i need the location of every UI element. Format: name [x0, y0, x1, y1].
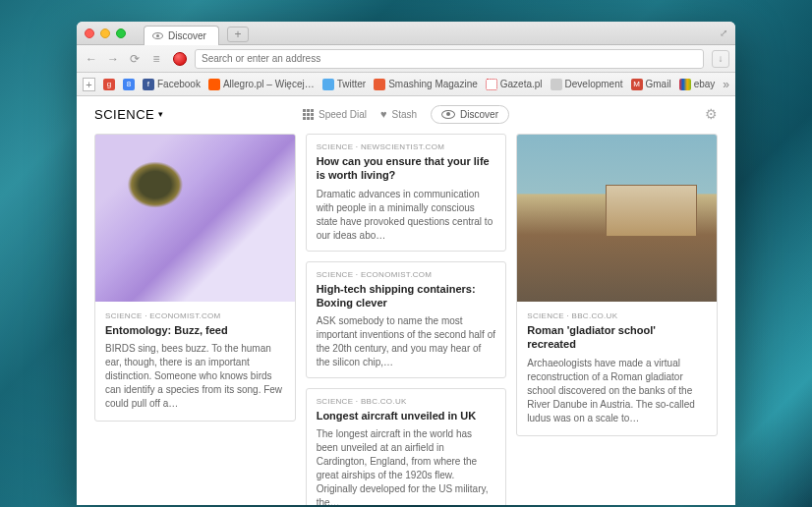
downloads-button[interactable]: ↓	[712, 50, 729, 68]
bookmark-folder-icon	[551, 79, 562, 90]
menu-button[interactable]: ≡	[147, 50, 165, 68]
bookmark-icon	[679, 79, 691, 90]
bookmark-icon: f	[143, 79, 154, 90]
tab-title: Discover	[168, 30, 206, 41]
article-excerpt: The longest aircraft in the world has be…	[317, 427, 496, 505]
bookmark-item[interactable]: fFacebook	[143, 79, 201, 90]
browser-tab[interactable]: Discover	[144, 26, 219, 45]
heart-icon: ♥	[380, 108, 387, 120]
article-title: High-tech shipping containers: Boxing cl…	[317, 282, 496, 310]
address-bar[interactable]	[195, 49, 704, 69]
bookmark-item[interactable]: Gazeta.pl	[486, 79, 543, 90]
bookmark-item[interactable]: MGmail	[631, 79, 671, 90]
bookmarks-overflow-button[interactable]: »	[723, 78, 729, 91]
article-card[interactable]: SCIENCE · ECONOMIST.COM Entomology: Buzz…	[94, 134, 296, 422]
article-image	[517, 135, 717, 302]
settings-button[interactable]: ⚙	[705, 106, 718, 122]
mode-speed-dial[interactable]: Speed Dial	[303, 109, 367, 120]
opera-logo-icon[interactable]	[173, 52, 187, 66]
view-modes: Speed Dial ♥ Stash Discover	[303, 105, 509, 124]
bookmark-item[interactable]: ebay	[679, 79, 716, 90]
minimize-button[interactable]	[100, 28, 110, 38]
tab-favicon-icon	[152, 32, 163, 39]
category-label: SCIENCE	[94, 107, 154, 122]
browser-window: Discover + ⤢ ← → ⟳ ≡ ↓ + g 8 fFacebook A…	[77, 22, 735, 505]
bookmark-item[interactable]: Twitter	[322, 79, 366, 90]
bookmark-item[interactable]: g	[103, 79, 115, 90]
top-nav: SCIENCE ▾ Speed Dial ♥ Stash Discover ⚙	[94, 106, 718, 122]
close-button[interactable]	[85, 28, 94, 38]
eye-icon	[441, 110, 455, 119]
mode-stash[interactable]: ♥ Stash	[380, 108, 417, 120]
article-title: Entomology: Buzz, feed	[105, 323, 285, 337]
article-card[interactable]: SCIENCE · BBC.CO.UK Roman 'gladiator sch…	[516, 134, 718, 436]
nav-toolbar: ← → ⟳ ≡ ↓	[77, 45, 735, 73]
bookmarks-bar: + g 8 fFacebook Allegro.pl – Więcej… Twi…	[77, 73, 735, 96]
article-title: Roman 'gladiator school' recreated	[527, 323, 707, 352]
bookmark-icon	[322, 79, 334, 90]
article-excerpt: ASK somebody to name the most important …	[317, 314, 496, 369]
article-source: SCIENCE · BBC.CO.UK	[317, 397, 496, 406]
article-excerpt: BIRDS sing, bees buzz. To the human ear,…	[105, 342, 285, 411]
fullscreen-icon[interactable]: ⤢	[720, 28, 727, 38]
bookmark-item[interactable]: Allegro.pl – Więcej…	[208, 79, 315, 90]
bookmark-icon	[208, 79, 220, 90]
article-excerpt: Dramatic advances in communication with …	[317, 188, 496, 243]
zoom-button[interactable]	[116, 28, 126, 38]
article-source: SCIENCE · NEWSCIENTIST.COM	[317, 142, 496, 151]
article-source: SCIENCE · ECONOMIST.COM	[105, 311, 285, 320]
reload-button[interactable]: ⟳	[126, 50, 144, 68]
article-card[interactable]: SCIENCE · BBC.CO.UK Longest aircraft unv…	[306, 388, 507, 505]
titlebar: Discover + ⤢	[77, 22, 735, 45]
article-excerpt: Archaeologists have made a virtual recon…	[527, 357, 707, 425]
article-source: SCIENCE · BBC.CO.UK	[527, 311, 707, 320]
bookmark-icon	[374, 79, 385, 90]
back-button[interactable]: ←	[83, 50, 100, 68]
article-title: How can you ensure that your life is wor…	[317, 154, 496, 183]
bookmark-item[interactable]: Development	[551, 79, 623, 90]
category-dropdown[interactable]: SCIENCE ▾	[94, 107, 164, 122]
new-tab-button[interactable]: +	[227, 27, 249, 42]
article-card[interactable]: SCIENCE · ECONOMIST.COM High-tech shippi…	[306, 261, 507, 379]
bookmark-icon: M	[631, 79, 643, 90]
bookmark-icon: 8	[123, 79, 135, 90]
article-card[interactable]: SCIENCE · NEWSCIENTIST.COM How can you e…	[306, 134, 507, 252]
grid-icon	[303, 109, 314, 120]
bookmark-icon	[486, 79, 497, 90]
content-area: SCIENCE ▾ Speed Dial ♥ Stash Discover ⚙	[77, 96, 735, 505]
bookmark-item[interactable]: Smashing Magazine	[374, 79, 478, 90]
add-bookmark-button[interactable]: +	[83, 78, 95, 91]
mode-discover[interactable]: Discover	[431, 105, 509, 124]
forward-button[interactable]: →	[104, 50, 122, 68]
article-grid: SCIENCE · ECONOMIST.COM Entomology: Buzz…	[94, 134, 718, 505]
article-image	[95, 135, 295, 302]
article-source: SCIENCE · ECONOMIST.COM	[317, 270, 496, 279]
chevron-down-icon: ▾	[158, 109, 164, 119]
article-title: Longest aircraft unveiled in UK	[317, 409, 496, 422]
bookmark-item[interactable]: 8	[123, 79, 135, 90]
traffic-lights	[85, 28, 126, 38]
bookmark-icon: g	[103, 79, 115, 90]
